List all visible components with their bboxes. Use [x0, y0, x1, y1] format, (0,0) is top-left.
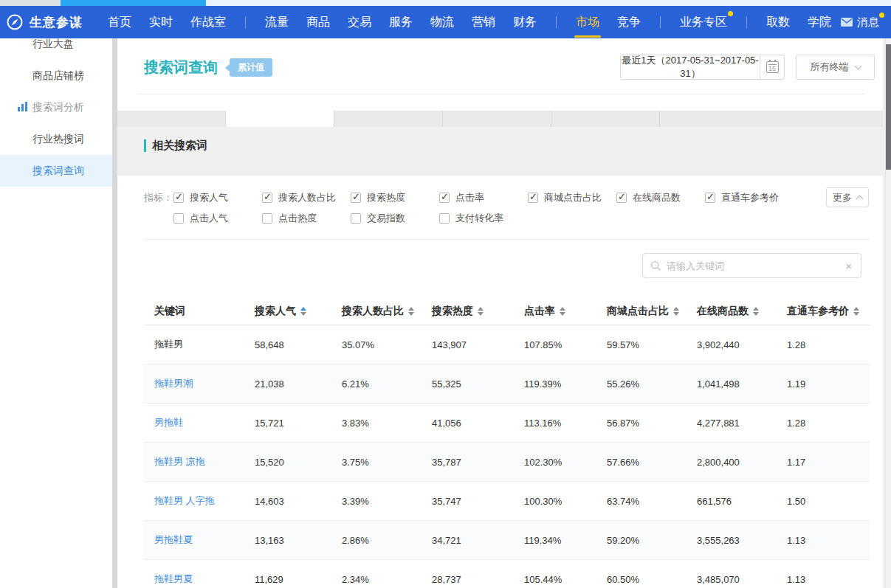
nav-item[interactable]: 服务	[389, 15, 413, 30]
sort-icon[interactable]	[673, 307, 679, 316]
table-header-cell[interactable]: 搜索人气	[255, 305, 342, 318]
metric-checkbox-group[interactable]: 点击人气	[173, 212, 262, 225]
keyword-cell[interactable]: 拖鞋男	[144, 338, 255, 351]
keyword-cell[interactable]: 男拖鞋	[144, 416, 255, 429]
checkbox-icon[interactable]	[439, 213, 450, 224]
sidebar-scrollbar-thumb[interactable]	[112, 38, 117, 588]
metric-checkbox-group[interactable]: 搜索人气	[173, 191, 262, 204]
checkbox-icon[interactable]	[262, 193, 272, 203]
metric-checkbox-group[interactable]: 在线商品数	[616, 191, 705, 204]
nav-item[interactable]	[746, 16, 747, 28]
tab[interactable]	[334, 111, 443, 127]
checkbox-icon[interactable]	[173, 213, 184, 224]
sidebar-scrollbar[interactable]	[112, 38, 117, 588]
tab[interactable]	[226, 111, 334, 127]
clear-search-icon[interactable]: ×	[844, 260, 853, 271]
keyword-search-input[interactable]	[667, 260, 844, 271]
column-label: 搜索人数占比	[342, 305, 404, 318]
page-scrollbar[interactable]	[885, 38, 891, 588]
sidebar-item[interactable]: 商品店铺榜	[0, 60, 112, 91]
table-header-cell[interactable]: 点击率	[524, 305, 607, 318]
messages-button[interactable]: 消息	[841, 15, 879, 30]
search-heat-cell: 28,737	[432, 574, 524, 585]
sidebar-item[interactable]: 行业大盘	[0, 38, 112, 60]
more-button[interactable]: 更多	[826, 187, 869, 207]
nav-item[interactable]: 实时	[149, 15, 173, 30]
sort-up-triangle	[300, 307, 306, 311]
table-header-cell[interactable]: 在线商品数	[697, 305, 787, 318]
metric-checkbox-label: 搜索热度	[367, 191, 405, 204]
nav-item[interactable]	[660, 16, 661, 28]
metric-checkbox-group[interactable]: 交易指数	[351, 212, 439, 225]
table-header-cell[interactable]: 直通车参考价	[787, 305, 870, 318]
sort-icon[interactable]	[478, 307, 484, 316]
tab-strip	[117, 111, 883, 127]
app-logo[interactable]: 生意参谋	[6, 13, 83, 31]
nav-item[interactable]: 市场	[576, 15, 599, 30]
checkbox-icon[interactable]	[528, 193, 538, 203]
date-range-picker[interactable]: 最近1天（2017-05-31~2017-05-31） 15	[620, 55, 785, 80]
sort-icon[interactable]	[300, 307, 306, 316]
terminal-dropdown[interactable]: 所有终端	[796, 55, 875, 80]
sort-icon[interactable]	[853, 307, 859, 316]
checkbox-icon[interactable]	[351, 193, 361, 203]
checkbox-icon[interactable]	[262, 213, 272, 224]
metric-checkbox-group[interactable]: 搜索热度	[351, 191, 439, 204]
nav-item[interactable]: 作战室	[190, 15, 226, 30]
nav-item[interactable]: 流量	[265, 15, 289, 30]
checkbox-icon[interactable]	[616, 193, 627, 203]
sort-icon[interactable]	[408, 307, 414, 316]
tab[interactable]	[443, 111, 551, 127]
tab[interactable]	[660, 111, 883, 127]
keyword-cell[interactable]: 拖鞋男夏	[144, 573, 255, 586]
keyword-cell[interactable]: 拖鞋男 人字拖	[144, 494, 255, 508]
sort-up-triangle	[408, 307, 414, 311]
checkbox-icon[interactable]	[705, 193, 715, 203]
sidebar-item-label: 行业热搜词	[32, 133, 84, 146]
nav-item[interactable]: 商品	[306, 15, 330, 30]
metric-checkbox-group[interactable]: 支付转化率	[439, 212, 528, 225]
metric-checkbox-group[interactable]: 点击热度	[262, 212, 351, 225]
tab[interactable]	[551, 111, 660, 127]
metric-checkbox-group[interactable]: 点击率	[439, 191, 528, 204]
nav-item[interactable]: 竞争	[617, 15, 641, 30]
sidebar-item[interactable]: 搜索词分析	[0, 91, 112, 123]
metric-checkbox-group[interactable]: 商城点击占比	[528, 191, 616, 204]
sidebar-item[interactable]: 行业热搜词	[0, 123, 112, 155]
page-scrollbar-thumb[interactable]	[886, 44, 891, 170]
nav-item[interactable]: 营销	[472, 15, 495, 30]
sidebar-item[interactable]: 搜索词查询	[0, 155, 112, 187]
table-header-cell[interactable]: 搜索热度	[432, 305, 524, 318]
keyword-cell[interactable]: 男拖鞋夏	[144, 533, 255, 547]
searcher-share-cell: 6.21%	[342, 378, 432, 390]
checkbox-icon[interactable]	[173, 193, 184, 203]
keyword-cell[interactable]: 拖鞋男潮	[144, 377, 255, 390]
nav-item[interactable]	[556, 16, 557, 28]
sidebar-item-label: 搜索词分析	[32, 101, 84, 114]
nav-item[interactable]: 学院	[808, 15, 831, 30]
tab[interactable]	[117, 111, 226, 127]
sort-down-triangle	[300, 312, 306, 316]
nav-item[interactable]: 交易	[348, 15, 371, 30]
ztc-price-cell: 1.13	[787, 574, 870, 585]
nav-item[interactable]: 物流	[430, 15, 454, 30]
table-header-cell[interactable]: 关键词	[144, 305, 255, 318]
checkbox-icon[interactable]	[351, 213, 361, 224]
metric-checkbox-group[interactable]: 搜索人数占比	[262, 191, 351, 204]
nav-item[interactable]: 首页	[108, 15, 131, 30]
sort-icon[interactable]	[560, 307, 565, 316]
table-header-cell[interactable]: 商城点击占比	[607, 305, 697, 318]
nav-item[interactable]	[245, 16, 246, 28]
checkbox-icon[interactable]	[439, 193, 450, 203]
calendar-button[interactable]: 15	[760, 55, 784, 79]
sort-icon[interactable]	[753, 307, 759, 316]
searcher-share-cell: 3.83%	[342, 418, 432, 429]
keyword-cell[interactable]: 拖鞋男 凉拖	[144, 455, 255, 468]
metric-checkbox-group[interactable]: 直通车参考价	[705, 191, 794, 204]
top-accent-strip	[0, 0, 891, 6]
nav-item[interactable]: 取数	[766, 15, 790, 30]
nav-item[interactable]: 业务专区	[680, 15, 727, 30]
table-header-cell[interactable]: 搜索人数占比	[342, 305, 432, 318]
nav-item[interactable]: 财务	[513, 15, 537, 30]
top-strip-gray-segment	[0, 0, 61, 6]
